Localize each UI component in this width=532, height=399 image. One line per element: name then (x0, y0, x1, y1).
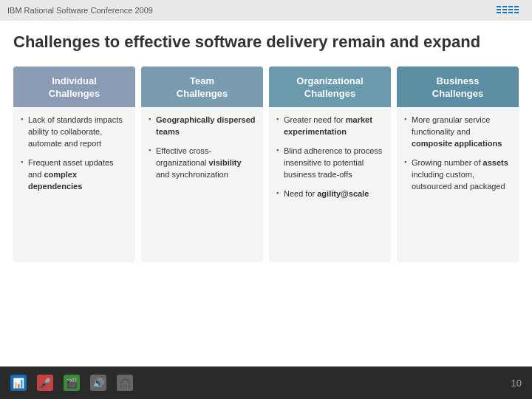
card-business: Business Challenges More granular servic… (397, 66, 519, 262)
list-item: Need for agility@scale (276, 188, 383, 200)
card-title-team-line2: Challenges (177, 88, 228, 99)
card-body-organizational: Greater need for market experimentation … (269, 107, 391, 262)
conference-title: IBM Rational Software Conference 2009 (7, 6, 153, 15)
card-body-business: More granular service functionality and … (397, 107, 519, 262)
svg-rect-3 (502, 6, 507, 7)
svg-rect-10 (514, 9, 519, 10)
headphone-icon[interactable]: 🎧 (117, 375, 133, 391)
chart-icon[interactable]: 📊 (10, 375, 27, 391)
ibm-logo (497, 4, 525, 16)
bottom-bar: 📊 🎤 🎬 🔊 🎧 10 (0, 366, 532, 399)
cards-row: Individual Challenges Lack of standards … (13, 66, 519, 262)
card-title-individual-line1: Individual (52, 75, 97, 86)
card-individual: Individual Challenges Lack of standards … (13, 66, 135, 262)
card-header-team: Team Challenges (141, 66, 263, 107)
page-number: 10 (511, 378, 522, 389)
main-content: Challenges to effective software deliver… (0, 21, 532, 270)
svg-rect-4 (502, 9, 507, 10)
card-header-individual: Individual Challenges (13, 66, 135, 107)
list-item: Effective cross-organizational visibilit… (149, 146, 256, 181)
svg-rect-2 (497, 12, 501, 13)
svg-rect-11 (514, 12, 519, 13)
video-icon[interactable]: 🎬 (64, 375, 80, 391)
card-title-biz-line2: Challenges (432, 88, 483, 99)
svg-rect-9 (514, 6, 519, 7)
volume-icon[interactable]: 🔊 (90, 375, 106, 391)
card-organizational: Organizational Challenges Greater need f… (269, 66, 391, 262)
list-item: Frequent asset updates and complex depen… (21, 157, 128, 193)
svg-rect-7 (508, 9, 513, 10)
bottom-icons: 📊 🎤 🎬 🔊 🎧 (10, 375, 133, 391)
mic-icon[interactable]: 🎤 (37, 375, 53, 391)
card-header-organizational: Organizational Challenges (269, 66, 391, 107)
list-item: Greater need for market experimentation (276, 115, 383, 138)
page-title: Challenges to effective software deliver… (13, 33, 519, 52)
card-title-org-line2: Challenges (304, 88, 355, 99)
list-item: Growing number of assets including custo… (404, 157, 511, 193)
card-team: Team Challenges Geographically dispersed… (141, 66, 263, 262)
list-item: Geographically dispersed teams (149, 115, 256, 138)
card-title-team-line1: Team (190, 75, 214, 86)
svg-rect-0 (497, 6, 501, 7)
card-body-individual: Lack of standards impacts ability to col… (13, 107, 135, 262)
svg-rect-6 (508, 6, 513, 7)
card-title-biz-line1: Business (437, 75, 480, 86)
list-item: Blind adherence to process insensitive t… (276, 146, 383, 181)
svg-rect-1 (497, 9, 501, 10)
list-item: More granular service functionality and … (404, 115, 511, 150)
svg-rect-8 (508, 12, 513, 13)
card-title-org-line1: Organizational (296, 75, 363, 86)
header-bar: IBM Rational Software Conference 2009 (0, 0, 532, 21)
svg-rect-5 (502, 12, 507, 13)
card-title-individual-line2: Challenges (49, 88, 100, 99)
card-body-team: Geographically dispersed teams Effective… (141, 107, 263, 262)
card-header-business: Business Challenges (397, 66, 519, 107)
list-item: Lack of standards impacts ability to col… (21, 115, 128, 150)
